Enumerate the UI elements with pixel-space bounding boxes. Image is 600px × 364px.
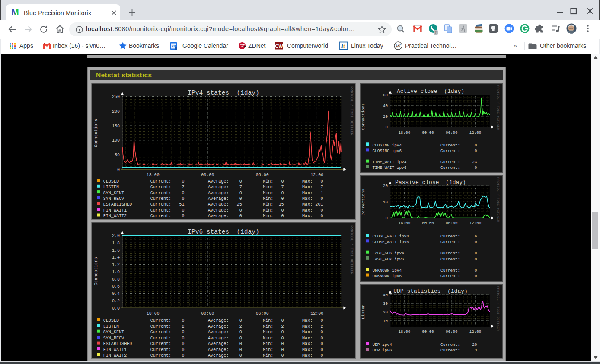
svg-text:0.2: 0.2 bbox=[112, 299, 120, 304]
svg-text:12:00: 12:00 bbox=[469, 329, 482, 334]
svg-text:ZDNet: ZDNet bbox=[248, 42, 266, 49]
svg-text:12:00: 12:00 bbox=[469, 221, 482, 225]
svg-text:Apps: Apps bbox=[19, 42, 33, 49]
svg-text:00:00: 00:00 bbox=[422, 130, 434, 135]
svg-text:12:00: 12:00 bbox=[310, 173, 323, 177]
svg-text:10: 10 bbox=[383, 200, 388, 205]
svg-text:00:00: 00:00 bbox=[422, 329, 434, 334]
svg-text:150: 150 bbox=[112, 124, 120, 129]
svg-text:Connections: Connections bbox=[94, 119, 99, 147]
svg-text:Listen: Listen bbox=[361, 304, 366, 319]
svg-text:Google Calendar: Google Calendar bbox=[182, 42, 228, 49]
svg-text:250: 250 bbox=[112, 95, 120, 99]
svg-text:RRDTOOL / TOBI OETIKER: RRDTOOL / TOBI OETIKER bbox=[496, 177, 500, 222]
svg-text:Active close (1day): Active close (1day) bbox=[397, 88, 464, 95]
svg-text:30: 30 bbox=[383, 301, 388, 306]
svg-text:Other bookmarks: Other bookmarks bbox=[540, 42, 586, 49]
svg-text:FIN_WAIT1 Current:: FIN_WAIT1 Current: 0 Average: 0 Min: 0 M… bbox=[103, 348, 323, 352]
svg-text:12:00: 12:00 bbox=[310, 311, 323, 316]
svg-text:0.4: 0.4 bbox=[112, 291, 120, 296]
svg-text:18:00: 18:00 bbox=[147, 173, 160, 177]
svg-text:60: 60 bbox=[383, 93, 388, 98]
svg-text:CLOSED Current:: CLOSED Current: 0 Average: 0 Min: 0 Max:… bbox=[103, 318, 323, 323]
svg-text:RRDTOOL / TOBI OETIKER: RRDTOOL / TOBI OETIKER bbox=[349, 86, 354, 135]
svg-text:40: 40 bbox=[383, 293, 388, 298]
svg-text:Connections: Connections bbox=[94, 257, 99, 285]
svg-text:UDP ipv4 Cu: UDP ipv4 Current: 20 bbox=[373, 342, 477, 347]
svg-text:20: 20 bbox=[383, 184, 388, 188]
svg-text:CLOSE_WAIT ipv6 Cu: CLOSE_WAIT ipv6 Current: 0 bbox=[373, 240, 477, 244]
svg-text:200: 200 bbox=[112, 109, 120, 114]
svg-text:18:00: 18:00 bbox=[399, 130, 411, 135]
svg-text:0: 0 bbox=[385, 216, 388, 221]
svg-text:20: 20 bbox=[383, 114, 388, 119]
svg-text:UNKNOWN ipv4 Cu: UNKNOWN ipv4 Current: 0 bbox=[373, 268, 477, 273]
svg-text:RRDTOOL / TOBI OETIKER: RRDTOOL / TOBI OETIKER bbox=[496, 85, 500, 130]
svg-text:1.6: 1.6 bbox=[112, 248, 120, 253]
svg-text:1.8: 1.8 bbox=[112, 241, 120, 246]
svg-text:LAST_ACK ipv6 Cu: LAST_ACK ipv6 Current: 0 bbox=[373, 257, 477, 262]
svg-text:1.0: 1.0 bbox=[112, 270, 120, 275]
svg-text:Connections: Connections bbox=[361, 189, 366, 215]
svg-text:M: M bbox=[11, 7, 19, 16]
svg-text:»: » bbox=[514, 42, 517, 49]
svg-text:0.8: 0.8 bbox=[112, 277, 120, 282]
svg-text:UDP statistics (1day): UDP statistics (1day) bbox=[393, 288, 468, 294]
svg-text:SYN_SENT Current:: SYN_SENT Current: 0 Average: 0 Min: 0 Ma… bbox=[103, 191, 323, 196]
svg-text:SYN_SENT Current:: SYN_SENT Current: 0 Average: 0 Min: 0 Ma… bbox=[103, 330, 323, 335]
svg-text:IPv6 states (1day): IPv6 states (1day) bbox=[188, 228, 259, 235]
svg-text:0.6: 0.6 bbox=[112, 284, 120, 289]
svg-text:Linux Today: Linux Today bbox=[351, 42, 383, 49]
svg-text:Bookmarks: Bookmarks bbox=[129, 42, 159, 49]
svg-text:1.4: 1.4 bbox=[112, 255, 120, 260]
svg-text:FIN_WAIT2 Current:: FIN_WAIT2 Current: 0 Average: 0 Min: 0 M… bbox=[103, 353, 323, 358]
svg-text:IPv4 states (1day): IPv4 states (1day) bbox=[188, 89, 259, 96]
svg-text:CLOSING ipv6 Cu: CLOSING ipv6 Current: 0 bbox=[373, 149, 477, 153]
svg-text:RRDTOOL / TOBI OETIKER: RRDTOOL / TOBI OETIKER bbox=[349, 225, 354, 274]
svg-text:20: 20 bbox=[383, 310, 388, 315]
svg-text:CLOSED Current:: CLOSED Current: 0 Average: 0 Min: 0 Max:… bbox=[103, 179, 323, 184]
svg-text:06:00: 06:00 bbox=[446, 130, 458, 135]
svg-text:Practical Technol…: Practical Technol… bbox=[405, 42, 457, 49]
svg-text:?: ? bbox=[434, 30, 437, 35]
svg-text:2.0: 2.0 bbox=[112, 234, 120, 238]
svg-text:LAST_ACK ipv4 Cu: LAST_ACK ipv4 Current: 0 bbox=[373, 251, 477, 256]
svg-text:RRDTOOL / TOBI OETIKER: RRDTOOL / TOBI OETIKER bbox=[496, 286, 500, 331]
svg-text:LISTEN Current:: LISTEN Current: 2 Average: 2 Min: 2 Max:… bbox=[103, 324, 323, 329]
svg-text:FIN_WAIT2 Current:: FIN_WAIT2 Current: 0 Average: 0 Min: 0 M… bbox=[103, 214, 323, 218]
svg-text:18:00: 18:00 bbox=[399, 221, 411, 225]
svg-text:18:00: 18:00 bbox=[399, 329, 411, 334]
svg-text:1.2: 1.2 bbox=[112, 263, 120, 267]
svg-text:TIME_WAIT ipv4 Cu: TIME_WAIT ipv4 Current: 23 bbox=[373, 160, 477, 165]
svg-text:Computerworld: Computerworld bbox=[287, 42, 328, 49]
svg-text:0: 0 bbox=[385, 125, 388, 130]
svg-text:ESTABLISHED Current:: ESTABLISHED Current: 0 Average: 0 Min: 0… bbox=[103, 342, 323, 346]
svg-text:40: 40 bbox=[383, 104, 388, 108]
svg-text:CW: CW bbox=[275, 44, 283, 49]
svg-text:06:00: 06:00 bbox=[446, 221, 458, 225]
svg-text:Connections: Connections bbox=[361, 103, 366, 130]
svg-text:10: 10 bbox=[383, 319, 388, 323]
svg-text:100: 100 bbox=[112, 138, 120, 143]
svg-text:ESTABLISHED Current: 5: ESTABLISHED Current: 51 Average: 25 Min:… bbox=[103, 202, 323, 207]
svg-text:06:00: 06:00 bbox=[446, 329, 458, 334]
svg-text:CLOSING ipv4 Cu: CLOSING ipv4 Current: 0 bbox=[373, 143, 477, 148]
svg-text:0.0: 0.0 bbox=[112, 306, 120, 311]
svg-text:00:00: 00:00 bbox=[201, 311, 214, 316]
svg-text:0: 0 bbox=[117, 168, 120, 172]
svg-text:UDP ipv6 Cu: UDP ipv6 Current: 3 bbox=[373, 348, 477, 353]
svg-text:18:00: 18:00 bbox=[147, 311, 160, 316]
svg-text:TIME_WAIT ipv6 Cu: TIME_WAIT ipv6 Current: 0 bbox=[373, 165, 477, 170]
svg-text:SYN_RECV Current:: SYN_RECV Current: 0 Average: 0 Min: 0 Ma… bbox=[103, 196, 323, 201]
svg-text:CLOSE_WAIT ipv4 Cu: CLOSE_WAIT ipv4 Current: 6 bbox=[373, 234, 477, 239]
svg-text:UNKNOWN ipv6 Cu: UNKNOWN ipv6 Current: 0 bbox=[373, 274, 477, 279]
svg-text:00:00: 00:00 bbox=[201, 173, 214, 177]
svg-text:W: W bbox=[396, 43, 401, 49]
svg-text:06:00: 06:00 bbox=[256, 173, 269, 177]
svg-text:06:00: 06:00 bbox=[256, 311, 269, 316]
svg-text:12:00: 12:00 bbox=[469, 130, 482, 135]
svg-text:00:00: 00:00 bbox=[422, 221, 434, 225]
svg-text:LISTEN Current:: LISTEN Current: 7 Average: 7 Min: 7 Max:… bbox=[103, 185, 323, 190]
svg-text:Passive close (1day): Passive close (1day) bbox=[395, 179, 466, 186]
svg-text:t: t bbox=[343, 43, 345, 49]
